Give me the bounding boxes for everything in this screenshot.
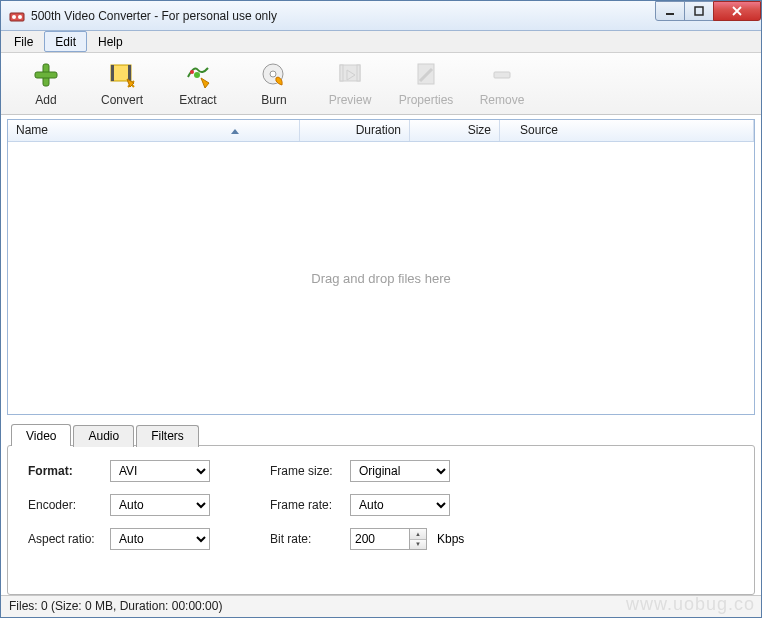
bitrate-unit: Kbps (437, 532, 464, 546)
titlebar: 500th Video Converter - For personal use… (1, 1, 761, 31)
framesize-select[interactable]: Original (350, 460, 450, 482)
svg-rect-8 (111, 65, 114, 81)
remove-label: Remove (480, 93, 525, 107)
plus-icon (32, 61, 60, 89)
convert-label: Convert (101, 93, 143, 107)
burn-button[interactable]: Burn (239, 61, 309, 107)
bitrate-label: Bit rate: (270, 532, 350, 546)
svg-point-11 (194, 72, 200, 78)
menubar: File Edit Help (1, 31, 761, 53)
svg-rect-3 (666, 13, 674, 15)
convert-button[interactable]: Convert (87, 61, 157, 107)
col-duration[interactable]: Duration (300, 120, 410, 141)
burn-icon (260, 61, 288, 89)
add-button[interactable]: Add (11, 61, 81, 107)
minimize-button[interactable] (655, 1, 685, 21)
menu-help[interactable]: Help (87, 31, 134, 52)
app-window: 500th Video Converter - For personal use… (0, 0, 762, 618)
empty-hint: Drag and drop files here (311, 271, 450, 286)
settings-tabs: Video Audio Filters (11, 424, 199, 446)
toolbar: Add Convert (1, 53, 761, 115)
properties-button[interactable]: Properties (391, 61, 461, 107)
minus-icon (488, 61, 516, 89)
spinner-up-icon[interactable]: ▲ (410, 529, 426, 540)
svg-point-13 (270, 71, 276, 77)
framesize-label: Frame size: (270, 464, 350, 478)
video-settings: Format: AVI Frame size: Original Encoder… (8, 446, 754, 564)
aspect-select[interactable]: Auto (110, 528, 210, 550)
preview-button[interactable]: Preview (315, 61, 385, 107)
svg-point-1 (12, 15, 16, 19)
spinner-down-icon[interactable]: ▼ (410, 540, 426, 550)
svg-rect-15 (340, 65, 343, 81)
properties-label: Properties (399, 93, 454, 107)
statusbar: Files: 0 (Size: 0 MB, Duration: 00:00:00… (1, 595, 761, 617)
framerate-select[interactable]: Auto (350, 494, 450, 516)
properties-icon (412, 61, 440, 89)
svg-point-10 (190, 70, 194, 74)
list-body[interactable]: Drag and drop files here (8, 142, 754, 414)
encoder-select[interactable]: Auto (110, 494, 210, 516)
col-name[interactable]: Name (8, 120, 300, 141)
preview-icon (336, 61, 364, 89)
add-label: Add (35, 93, 56, 107)
extract-icon (184, 61, 212, 89)
remove-button[interactable]: Remove (467, 61, 537, 107)
svg-rect-6 (35, 72, 57, 78)
format-select[interactable]: AVI (110, 460, 210, 482)
window-controls (656, 1, 761, 21)
col-size[interactable]: Size (410, 120, 500, 141)
file-list[interactable]: Name Duration Size Source Drag and drop … (7, 119, 755, 415)
watermark: www.uobug.co (626, 594, 755, 615)
burn-label: Burn (261, 93, 286, 107)
menu-edit[interactable]: Edit (44, 31, 87, 52)
svg-rect-18 (494, 72, 510, 78)
format-label: Format: (28, 464, 110, 478)
svg-rect-9 (128, 65, 131, 81)
bitrate-spinner[interactable]: ▲ ▼ (410, 528, 427, 550)
extract-button[interactable]: Extract (163, 61, 233, 107)
window-title: 500th Video Converter - For personal use… (31, 9, 277, 23)
svg-rect-16 (357, 65, 360, 81)
close-button[interactable] (713, 1, 761, 21)
tab-audio[interactable]: Audio (73, 425, 134, 447)
convert-icon (108, 61, 136, 89)
encoder-label: Encoder: (28, 498, 110, 512)
extract-label: Extract (179, 93, 216, 107)
tab-filters[interactable]: Filters (136, 425, 199, 447)
maximize-button[interactable] (684, 1, 714, 21)
framerate-label: Frame rate: (270, 498, 350, 512)
menu-file[interactable]: File (3, 31, 44, 52)
col-source[interactable]: Source (500, 120, 754, 141)
tab-video[interactable]: Video (11, 424, 71, 446)
bitrate-input[interactable] (350, 528, 410, 550)
list-header: Name Duration Size Source (8, 120, 754, 142)
preview-label: Preview (329, 93, 372, 107)
svg-point-2 (18, 15, 22, 19)
aspect-label: Aspect ratio: (28, 532, 110, 546)
main-area: Name Duration Size Source Drag and drop … (1, 115, 761, 595)
svg-rect-4 (695, 7, 703, 15)
settings-panel: Video Audio Filters Format: AVI Frame si… (7, 419, 755, 595)
status-text: Files: 0 (Size: 0 MB, Duration: 00:00:00… (9, 599, 222, 613)
app-icon (9, 8, 25, 24)
